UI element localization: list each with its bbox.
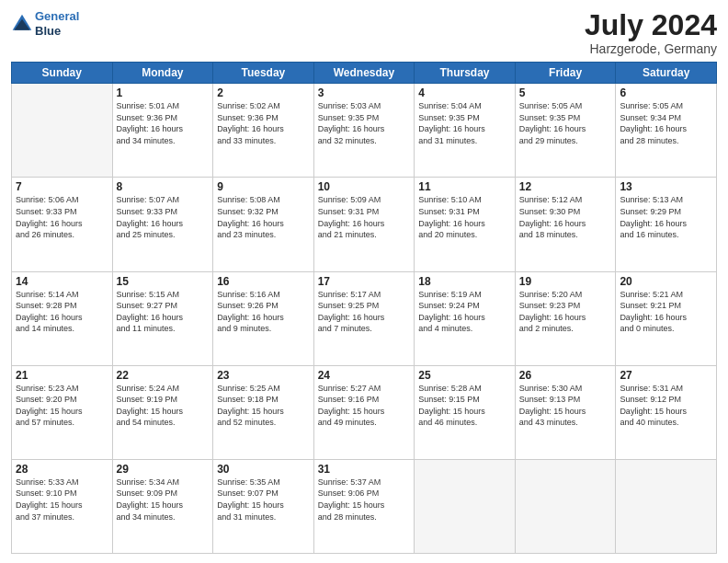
day-number: 25: [418, 369, 511, 382]
day-info: Sunrise: 5:15 AM Sunset: 9:27 PM Dayligh…: [117, 289, 210, 335]
table-row: 14Sunrise: 5:14 AM Sunset: 9:28 PM Dayli…: [12, 271, 113, 365]
table-row: [12, 84, 113, 178]
table-row: 1Sunrise: 5:01 AM Sunset: 9:36 PM Daylig…: [112, 84, 213, 178]
day-info: Sunrise: 5:10 AM Sunset: 9:31 PM Dayligh…: [418, 194, 511, 240]
day-info: Sunrise: 5:05 AM Sunset: 9:35 PM Dayligh…: [519, 100, 612, 146]
col-thursday: Thursday: [415, 63, 516, 84]
day-number: 30: [217, 463, 310, 476]
calendar-week-row: 7Sunrise: 5:06 AM Sunset: 9:33 PM Daylig…: [12, 178, 717, 271]
table-row: [415, 459, 516, 553]
day-number: 4: [418, 86, 511, 99]
day-info: Sunrise: 5:20 AM Sunset: 9:23 PM Dayligh…: [519, 289, 612, 335]
table-row: 5Sunrise: 5:05 AM Sunset: 9:35 PM Daylig…: [515, 84, 616, 178]
day-info: Sunrise: 5:23 AM Sunset: 9:20 PM Dayligh…: [16, 383, 108, 429]
table-row: 18Sunrise: 5:19 AM Sunset: 9:24 PM Dayli…: [415, 271, 516, 365]
day-info: Sunrise: 5:09 AM Sunset: 9:31 PM Dayligh…: [318, 194, 411, 240]
table-row: 22Sunrise: 5:24 AM Sunset: 9:19 PM Dayli…: [112, 365, 213, 459]
day-info: Sunrise: 5:34 AM Sunset: 9:09 PM Dayligh…: [117, 477, 210, 523]
day-info: Sunrise: 5:33 AM Sunset: 9:10 PM Dayligh…: [16, 477, 108, 523]
table-row: 13Sunrise: 5:13 AM Sunset: 9:29 PM Dayli…: [616, 178, 717, 271]
table-row: 25Sunrise: 5:28 AM Sunset: 9:15 PM Dayli…: [415, 365, 516, 459]
day-number: 7: [16, 180, 108, 193]
day-number: 8: [117, 180, 210, 193]
day-info: Sunrise: 5:06 AM Sunset: 9:33 PM Dayligh…: [16, 194, 108, 240]
day-info: Sunrise: 5:12 AM Sunset: 9:30 PM Dayligh…: [519, 194, 612, 240]
logo: General Blue: [11, 9, 79, 38]
day-info: Sunrise: 5:03 AM Sunset: 9:35 PM Dayligh…: [318, 100, 411, 146]
table-row: 28Sunrise: 5:33 AM Sunset: 9:10 PM Dayli…: [12, 459, 113, 553]
table-row: 30Sunrise: 5:35 AM Sunset: 9:07 PM Dayli…: [213, 459, 314, 553]
day-number: 15: [117, 275, 210, 288]
table-row: 12Sunrise: 5:12 AM Sunset: 9:30 PM Dayli…: [515, 178, 616, 271]
day-info: Sunrise: 5:07 AM Sunset: 9:33 PM Dayligh…: [117, 194, 210, 240]
calendar-body: 1Sunrise: 5:01 AM Sunset: 9:36 PM Daylig…: [12, 84, 717, 554]
day-number: 27: [620, 369, 712, 382]
table-row: 11Sunrise: 5:10 AM Sunset: 9:31 PM Dayli…: [415, 178, 516, 271]
table-row: 26Sunrise: 5:30 AM Sunset: 9:13 PM Dayli…: [515, 365, 616, 459]
table-row: 17Sunrise: 5:17 AM Sunset: 9:25 PM Dayli…: [313, 271, 415, 365]
day-info: Sunrise: 5:14 AM Sunset: 9:28 PM Dayligh…: [16, 289, 108, 335]
table-row: 21Sunrise: 5:23 AM Sunset: 9:20 PM Dayli…: [12, 365, 113, 459]
day-number: 21: [16, 369, 108, 382]
day-info: Sunrise: 5:19 AM Sunset: 9:24 PM Dayligh…: [418, 289, 511, 335]
day-number: 3: [318, 86, 411, 99]
day-number: 5: [519, 86, 612, 99]
table-row: 27Sunrise: 5:31 AM Sunset: 9:12 PM Dayli…: [616, 365, 717, 459]
table-row: 23Sunrise: 5:25 AM Sunset: 9:18 PM Dayli…: [213, 365, 314, 459]
day-info: Sunrise: 5:17 AM Sunset: 9:25 PM Dayligh…: [318, 289, 411, 335]
table-row: 19Sunrise: 5:20 AM Sunset: 9:23 PM Dayli…: [515, 271, 616, 365]
day-number: 24: [318, 369, 411, 382]
col-friday: Friday: [515, 63, 616, 84]
table-row: 3Sunrise: 5:03 AM Sunset: 9:35 PM Daylig…: [313, 84, 415, 178]
table-row: 31Sunrise: 5:37 AM Sunset: 9:06 PM Dayli…: [313, 459, 415, 553]
col-monday: Monday: [112, 63, 213, 84]
day-info: Sunrise: 5:31 AM Sunset: 9:12 PM Dayligh…: [620, 383, 712, 429]
day-info: Sunrise: 5:25 AM Sunset: 9:18 PM Dayligh…: [217, 383, 310, 429]
calendar-header-row: Sunday Monday Tuesday Wednesday Thursday…: [12, 63, 717, 84]
day-info: Sunrise: 5:16 AM Sunset: 9:26 PM Dayligh…: [217, 289, 310, 335]
logo-icon: [11, 13, 33, 35]
day-number: 12: [519, 180, 612, 193]
table-row: 29Sunrise: 5:34 AM Sunset: 9:09 PM Dayli…: [112, 459, 213, 553]
col-wednesday: Wednesday: [313, 63, 415, 84]
table-row: [515, 459, 616, 553]
calendar-week-row: 28Sunrise: 5:33 AM Sunset: 9:10 PM Dayli…: [12, 459, 717, 553]
day-number: 14: [16, 275, 108, 288]
day-info: Sunrise: 5:28 AM Sunset: 9:15 PM Dayligh…: [418, 383, 511, 429]
day-number: 23: [217, 369, 310, 382]
day-number: 26: [519, 369, 612, 382]
day-number: 18: [418, 275, 511, 288]
day-number: 9: [217, 180, 310, 193]
day-number: 29: [117, 463, 210, 476]
day-info: Sunrise: 5:02 AM Sunset: 9:36 PM Dayligh…: [217, 100, 310, 146]
day-info: Sunrise: 5:37 AM Sunset: 9:06 PM Dayligh…: [318, 477, 411, 523]
table-row: 7Sunrise: 5:06 AM Sunset: 9:33 PM Daylig…: [12, 178, 113, 271]
calendar-week-row: 14Sunrise: 5:14 AM Sunset: 9:28 PM Dayli…: [12, 271, 717, 365]
calendar-week-row: 21Sunrise: 5:23 AM Sunset: 9:20 PM Dayli…: [12, 365, 717, 459]
table-row: 2Sunrise: 5:02 AM Sunset: 9:36 PM Daylig…: [213, 84, 314, 178]
table-row: 8Sunrise: 5:07 AM Sunset: 9:33 PM Daylig…: [112, 178, 213, 271]
logo-text: General Blue: [35, 9, 79, 38]
day-number: 16: [217, 275, 310, 288]
day-number: 2: [217, 86, 310, 99]
day-info: Sunrise: 5:35 AM Sunset: 9:07 PM Dayligh…: [217, 477, 310, 523]
table-row: 24Sunrise: 5:27 AM Sunset: 9:16 PM Dayli…: [313, 365, 415, 459]
table-row: 20Sunrise: 5:21 AM Sunset: 9:21 PM Dayli…: [616, 271, 717, 365]
location-subtitle: Harzgerode, Germany: [585, 41, 717, 56]
calendar-table: Sunday Monday Tuesday Wednesday Thursday…: [11, 62, 717, 554]
day-info: Sunrise: 5:27 AM Sunset: 9:16 PM Dayligh…: [318, 383, 411, 429]
day-info: Sunrise: 5:08 AM Sunset: 9:32 PM Dayligh…: [217, 194, 310, 240]
col-sunday: Sunday: [12, 63, 113, 84]
table-row: 16Sunrise: 5:16 AM Sunset: 9:26 PM Dayli…: [213, 271, 314, 365]
table-row: 4Sunrise: 5:04 AM Sunset: 9:35 PM Daylig…: [415, 84, 516, 178]
day-number: 20: [620, 275, 712, 288]
col-tuesday: Tuesday: [213, 63, 314, 84]
day-info: Sunrise: 5:05 AM Sunset: 9:34 PM Dayligh…: [620, 100, 712, 146]
table-row: 10Sunrise: 5:09 AM Sunset: 9:31 PM Dayli…: [313, 178, 415, 271]
day-info: Sunrise: 5:13 AM Sunset: 9:29 PM Dayligh…: [620, 194, 712, 240]
day-number: 19: [519, 275, 612, 288]
day-info: Sunrise: 5:21 AM Sunset: 9:21 PM Dayligh…: [620, 289, 712, 335]
table-row: 9Sunrise: 5:08 AM Sunset: 9:32 PM Daylig…: [213, 178, 314, 271]
table-row: 15Sunrise: 5:15 AM Sunset: 9:27 PM Dayli…: [112, 271, 213, 365]
page-container: General Blue July 2024 Harzgerode, Germa…: [0, 0, 728, 563]
